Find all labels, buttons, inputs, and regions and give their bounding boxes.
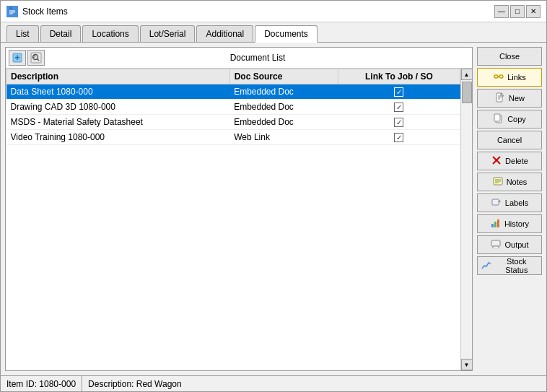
svg-rect-33	[497, 219, 499, 227]
cancel-button[interactable]: Cancel	[477, 131, 542, 149]
stock-status-icon	[481, 260, 492, 272]
cell-doc-source: Embedded Doc	[229, 100, 338, 115]
side-panel: CloseLinksNewCopyCancelDeleteNotesLabels…	[477, 47, 542, 371]
svg-rect-34	[491, 240, 500, 246]
status-bar: Item ID: 1080-000 Description: Red Wagon	[1, 375, 546, 391]
output-label: Output	[504, 240, 528, 249]
svg-rect-31	[491, 224, 494, 227]
table-row[interactable]: Data Sheet 1080-000Embedded Doc	[6, 84, 460, 100]
notes-icon	[492, 176, 504, 188]
maximize-button[interactable]: □	[510, 5, 525, 18]
stock-status-label: Stock Status	[495, 257, 538, 274]
tab-detail[interactable]: Detail	[40, 25, 82, 42]
scroll-thumb[interactable]	[462, 82, 472, 103]
cell-doc-source: Embedded Doc	[229, 84, 338, 100]
close-label: Close	[499, 52, 520, 61]
delete-label: Delete	[505, 157, 528, 165]
history-button[interactable]: History	[477, 214, 542, 233]
window-title: Stock Items	[22, 6, 494, 17]
link-checkbox[interactable]	[394, 87, 403, 97]
svg-rect-22	[494, 114, 500, 121]
copy-button[interactable]: Copy	[477, 110, 542, 129]
links-icon	[493, 71, 504, 84]
cell-description: Data Sheet 1080-000	[6, 84, 230, 100]
notes-button[interactable]: Notes	[477, 173, 542, 191]
delete-button[interactable]: Delete	[477, 152, 542, 170]
tab-lot-serial[interactable]: Lot/Serial	[140, 25, 196, 42]
table-row[interactable]: MSDS - Material Safety DatasheetEmbedded…	[6, 115, 460, 130]
scroll-up-arrow[interactable]: ▲	[461, 69, 473, 80]
copy-icon	[493, 113, 504, 126]
svg-rect-1	[9, 7, 12, 9]
labels-label: Labels	[505, 199, 528, 207]
table-row[interactable]: Video Training 1080-000Web Link	[6, 130, 460, 145]
table-container[interactable]: Description Doc Source Link To Job / SO …	[6, 69, 460, 370]
link-checkbox[interactable]	[394, 103, 403, 112]
scrollbar[interactable]: ▲ ▼	[460, 69, 472, 370]
tab-additional[interactable]: Additional	[196, 25, 253, 42]
cancel-label: Cancel	[497, 136, 522, 144]
svg-rect-13	[494, 75, 498, 78]
svg-rect-32	[494, 222, 496, 227]
main-window: Stock Items — □ ✕ ListDetailLocationsLot…	[0, 0, 547, 392]
svg-rect-35	[493, 246, 499, 248]
copy-label: Copy	[507, 115, 526, 123]
app-icon	[6, 6, 18, 17]
tab-documents[interactable]: Documents	[255, 25, 318, 43]
cell-doc-source: Web Link	[229, 130, 338, 145]
cell-link-to-job	[338, 115, 460, 130]
svg-rect-10	[33, 55, 35, 56]
table-row[interactable]: Drawing CAD 3D 1080-000Embedded Doc	[6, 100, 460, 115]
cell-link-to-job	[338, 100, 460, 115]
svg-rect-14	[499, 75, 503, 78]
scroll-down-arrow[interactable]: ▼	[461, 359, 473, 370]
tab-list[interactable]: List	[6, 25, 39, 42]
new-button[interactable]: New	[477, 89, 542, 108]
close-window-button[interactable]: ✕	[526, 5, 541, 18]
links-label: Links	[507, 73, 526, 82]
history-label: History	[504, 219, 529, 228]
documents-table: Description Doc Source Link To Job / SO …	[6, 69, 460, 145]
status-item-id: Item ID: 1080-000	[1, 376, 82, 391]
close-button[interactable]: Close	[477, 47, 542, 66]
cell-link-to-job	[338, 130, 460, 145]
minimize-button[interactable]: —	[494, 5, 509, 18]
link-checkbox[interactable]	[394, 118, 403, 127]
svg-text:+: +	[14, 53, 19, 63]
cell-description: Video Training 1080-000	[6, 130, 230, 145]
delete-icon	[491, 156, 502, 167]
link-checkbox[interactable]	[394, 133, 403, 142]
cell-description: MSDS - Material Safety Datasheet	[6, 115, 230, 130]
window-controls: — □ ✕	[494, 5, 541, 18]
labels-icon	[491, 197, 502, 209]
new-label: New	[509, 94, 525, 103]
tabs-bar: ListDetailLocationsLot/SerialAdditionalD…	[1, 22, 546, 43]
cell-description: Drawing CAD 3D 1080-000	[6, 100, 230, 115]
tab-locations[interactable]: Locations	[82, 25, 138, 42]
cell-doc-source: Embedded Doc	[229, 115, 338, 130]
document-panel: + Document List	[5, 47, 473, 371]
svg-rect-29	[492, 199, 499, 205]
status-item-description: Description: Red Wagon	[82, 376, 188, 391]
output-icon	[490, 240, 502, 251]
col-description: Description	[6, 69, 230, 84]
col-link: Link To Job / SO	[338, 69, 460, 84]
new-icon	[494, 92, 506, 105]
history-icon	[490, 218, 502, 230]
stock-status-button[interactable]: Stock Status	[477, 256, 542, 275]
cell-link-to-job	[338, 84, 460, 100]
links-button[interactable]: Links	[477, 68, 542, 87]
table-area: Description Doc Source Link To Job / SO …	[6, 69, 472, 370]
notes-label: Notes	[507, 178, 528, 186]
svg-rect-11	[33, 56, 36, 57]
add-document-button[interactable]: +	[9, 50, 26, 66]
svg-rect-12	[33, 57, 35, 58]
search-document-button[interactable]	[27, 50, 45, 66]
main-area: + Document List	[1, 43, 546, 375]
col-doc-source: Doc Source	[229, 69, 338, 84]
panel-header-label: Document List	[46, 53, 469, 63]
panel-toolbar: + Document List	[6, 48, 472, 69]
output-button[interactable]: Output	[477, 235, 542, 254]
title-bar: Stock Items — □ ✕	[1, 1, 546, 22]
labels-button[interactable]: Labels	[477, 193, 542, 212]
